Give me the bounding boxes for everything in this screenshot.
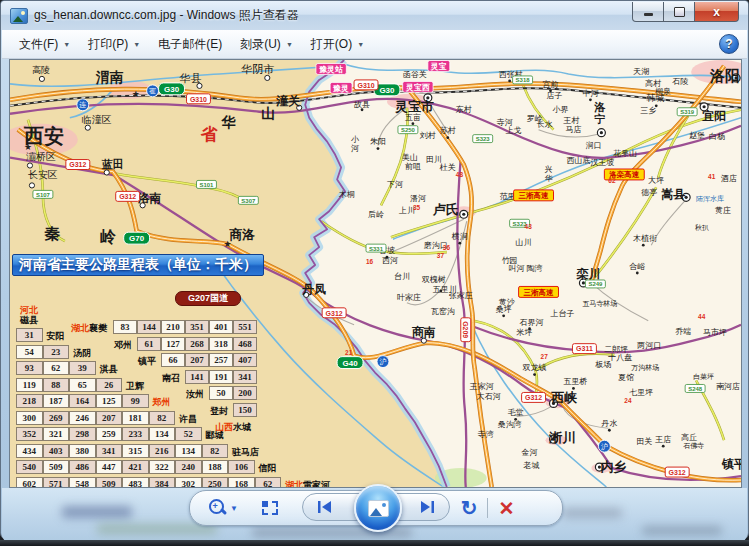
distance-cell: 341 [233,370,257,384]
menu-item-label: 文件(F) [19,36,58,53]
aero-blur-artifact [562,508,622,518]
aero-blur-artifact [97,524,217,534]
rotate-cw-button[interactable]: ↻ [461,498,478,518]
distance-cell: 150 [233,403,257,417]
slideshow-icon [368,500,389,517]
fit-button[interactable] [238,501,278,515]
window-controls: x [632,2,739,22]
distance-cell: 200 [233,386,257,400]
toolbar: + ▼ ↺ ↻ ✕ [189,490,563,526]
city-label: 襄樊 [89,323,107,333]
city-label: 汝州 [186,389,204,399]
play-slideshow-button[interactable] [354,484,402,532]
region-label: 山西 [215,422,233,432]
aero-blur-artifact [62,506,132,518]
city-label: 邓州 [114,340,132,350]
titlebar[interactable]: gs_henan.downcc.com.jpg - Windows 照片查看器 … [1,1,748,30]
menu-item-email[interactable]: 电子邮件(E) [149,32,231,57]
distance-cell: 61 [137,337,161,351]
actual-size-icon [262,501,278,515]
app-icon [10,8,28,24]
distance-cell: 144 [137,320,161,334]
desktop-background-strip [0,540,749,546]
menu-item-label: 打开(O) [311,36,352,53]
chevron-down-icon: ▼ [63,41,70,48]
city-label: 水城 [233,422,251,432]
distance-cell: 210 [161,320,185,334]
distance-cell: 351 [185,320,209,334]
close-button[interactable]: x [694,2,739,22]
delete-button[interactable]: ✕ [498,499,514,518]
table-city: 南召 [162,372,180,385]
distance-cell: 268 [185,337,209,351]
toolbar-divider [487,498,488,518]
g207-road-badge: G207国道 [175,291,241,306]
distance-cell: 401 [209,320,233,334]
magnifier-plus-icon: + [208,498,228,518]
menu-item-burn[interactable]: 刻录(U)▼ [231,32,302,57]
distance-cell: 551 [233,320,257,334]
distance-cell: 83 [113,320,137,334]
chevron-down-icon: ▼ [286,41,293,48]
maximize-icon [674,7,685,17]
table-city: 邓州 [114,339,132,352]
photo-viewer-window: gs_henan.downcc.com.jpg - Windows 照片查看器 … [0,0,749,540]
next-button[interactable] [419,500,435,514]
maximize-button[interactable] [664,2,694,22]
table-city: 汝州 [186,388,204,401]
city-label: 登封 [210,406,228,416]
distance-cell: 318 [209,337,233,351]
menu-item-label: 电子邮件(E) [158,36,222,53]
zoom-dropdown-arrow[interactable]: ▼ [230,504,238,513]
menu-item-file[interactable]: 文件(F)▼ [10,32,79,57]
table-city: 山西水城 [215,421,251,434]
city-label: 南召 [162,373,180,383]
chevron-down-icon: ▼ [357,41,364,48]
distance-cell: 127 [161,337,185,351]
distance-cell: 50 [209,386,233,400]
region-label: 湖北 [71,323,89,333]
table-city: 湖北襄樊 [71,322,107,335]
photo-canvas[interactable]: ★★★西安渭南洛阳灵宝市卢氏西峡淅川内乡镇平嵩县栾川宜阳洛宁商洛丹凤商南洛南蓝田… [9,59,742,488]
table-city: 镇平 [138,355,156,368]
minimize-icon [644,13,653,16]
menu-item-label: 刻录(U) [240,36,281,53]
menu-items: 文件(F)▼打印(P)▼电子邮件(E)刻录(U)▼打开(O)▼ [10,32,373,57]
distance-cell: 141 [185,370,209,384]
menu-item-open[interactable]: 打开(O)▼ [302,32,373,57]
mileage-table-title: 河南省主要公路里程表（单位：千米） [12,254,264,276]
minimize-button[interactable] [632,2,664,22]
distance-cell: 468 [233,337,257,351]
table-city: 登封 [210,405,228,418]
distance-cell: 207 [185,353,209,367]
aero-blur-artifact [642,526,722,535]
close-icon: x [713,5,720,19]
previous-button[interactable] [317,500,333,514]
distance-cell: 66 [161,353,185,367]
help-button[interactable]: ? [719,34,739,54]
chevron-down-icon: ▼ [133,41,140,48]
window-title: gs_henan.downcc.com.jpg - Windows 照片查看器 [34,7,299,24]
menu-item-label: 打印(P) [88,36,128,53]
distance-cell: 191 [209,370,233,384]
distance-cell: 257 [209,353,233,367]
zoom-button[interactable]: + ▼ [190,498,238,518]
distance-cell: 407 [233,353,257,367]
city-label: 镇平 [138,356,156,366]
menu-item-print[interactable]: 打印(P)▼ [79,32,149,57]
menubar: 文件(F)▼打印(P)▼电子邮件(E)刻录(U)▼打开(O)▼ ? [2,30,747,59]
